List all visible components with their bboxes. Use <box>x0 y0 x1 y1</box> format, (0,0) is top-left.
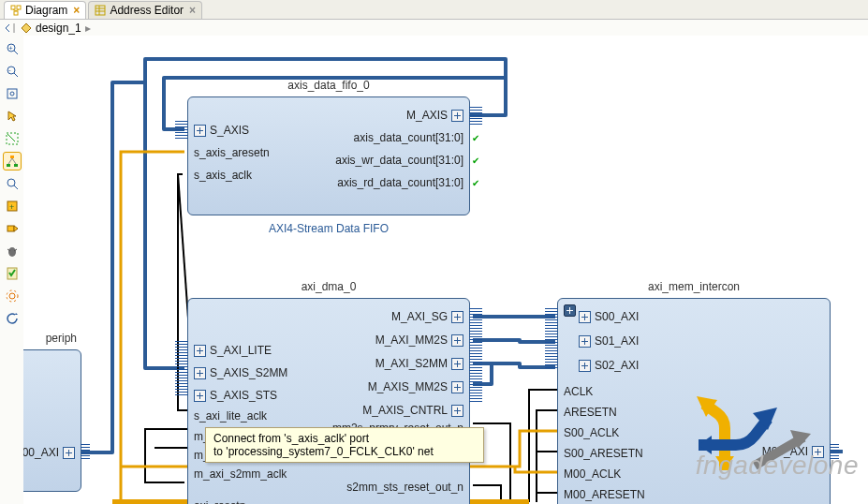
breadcrumb-arrow: ▸ <box>85 22 91 35</box>
bug-icon[interactable] <box>3 242 22 260</box>
tab-diagram-label: Diagram <box>25 4 67 17</box>
expand-icon[interactable] <box>451 405 463 417</box>
svg-rect-1 <box>17 6 21 9</box>
expand-icon[interactable] <box>63 447 75 459</box>
block-subtitle: AXI4-Stream Data FIFO <box>188 222 469 235</box>
expand-icon[interactable] <box>451 311 463 323</box>
bus-stripe <box>175 121 188 140</box>
port-m00-aresetn[interactable]: M00_ARESETN <box>564 488 645 501</box>
block-periph[interactable]: periph 00_AXI <box>23 349 81 492</box>
svg-point-18 <box>10 92 14 96</box>
port-s-axi-lite-aclk[interactable]: s_axi_lite_aclk <box>194 409 267 422</box>
port-00-axi[interactable]: 00_AXI <box>23 446 75 459</box>
expand-icon[interactable] <box>451 381 463 393</box>
bus-stripe <box>175 341 188 397</box>
port-m-axi-sg[interactable]: M_AXI_SG <box>391 310 463 323</box>
svg-point-25 <box>7 179 15 186</box>
bus-stripe <box>81 444 90 461</box>
port-data-count[interactable]: axis_data_count[31:0]✔ <box>354 131 463 144</box>
port-aclk[interactable]: s_axis_aclk <box>194 169 252 182</box>
port-s00-aresetn[interactable]: S00_ARESETN <box>564 447 643 460</box>
port-s00-axi[interactable]: S00_AXI <box>579 310 639 323</box>
expand-block-icon[interactable] <box>564 304 576 317</box>
expand-icon[interactable] <box>194 345 206 357</box>
back-icon[interactable] <box>4 22 17 34</box>
expand-icon[interactable] <box>451 358 463 370</box>
bus-stripe <box>545 308 558 368</box>
svg-rect-29 <box>7 226 14 231</box>
add-port-icon[interactable] <box>3 219 22 238</box>
port-m-axi-s2mm[interactable]: M_AXI_S2MM <box>375 357 463 370</box>
port-m-axi-mm2s[interactable]: M_AXI_MM2S <box>375 334 463 347</box>
port-s-axi-lite[interactable]: S_AXI_LITE <box>194 344 272 357</box>
svg-line-24 <box>12 158 16 164</box>
block-axi-dma[interactable]: axi_dma_0 S_AXI_LITE S_AXIS_S2MM S_AXIS_… <box>187 298 470 504</box>
expand-icon[interactable] <box>579 311 591 323</box>
expand-icon[interactable] <box>451 110 463 122</box>
port-s00-aclk[interactable]: S00_ACLK <box>564 426 619 439</box>
hierarchy-icon <box>21 22 32 34</box>
svg-rect-5 <box>96 6 105 15</box>
port-s-axis[interactable]: S_AXIS <box>194 124 249 137</box>
svg-line-26 <box>14 185 18 189</box>
port-aclk[interactable]: ACLK <box>564 385 593 398</box>
auto-layout-icon[interactable] <box>3 152 22 170</box>
block-title: periph <box>46 332 77 345</box>
block-axis-data-fifo[interactable]: axis_data_fifo_0 AXI4-Stream Data FIFO S… <box>187 96 470 215</box>
port-m-axis-cntrl[interactable]: M_AXIS_CNTRL <box>362 404 463 417</box>
tab-diagram[interactable]: Diagram × <box>4 1 86 19</box>
toolbar: + - + <box>0 36 24 504</box>
expand-icon[interactable] <box>579 360 591 372</box>
svg-line-15 <box>14 73 18 77</box>
tooltip-line: Connect from 's_axis_aclk' port <box>213 432 476 445</box>
app-frame: Diagram × Address Editor × design_1 ▸ + … <box>0 0 868 504</box>
svg-line-12 <box>14 51 18 54</box>
expand-icon[interactable] <box>451 334 463 347</box>
svg-point-35 <box>7 290 18 302</box>
port-m00-aclk[interactable]: M00_ACLK <box>564 467 621 481</box>
add-ip-icon[interactable]: + <box>3 197 22 215</box>
tab-close-icon[interactable]: × <box>73 4 80 17</box>
port-aresetn[interactable]: s_axis_aresetn <box>194 146 270 159</box>
port-m-axis-mm2s[interactable]: M_AXIS_MM2S <box>368 380 463 393</box>
settings-icon[interactable] <box>3 287 22 305</box>
port-s01-axi[interactable]: S01_AXI <box>579 334 639 348</box>
validate-icon[interactable] <box>3 264 22 283</box>
port-s-axis-sts[interactable]: S_AXIS_STS <box>194 389 277 402</box>
port-axi-resetn[interactable]: axi_resetn <box>194 499 245 504</box>
svg-rect-17 <box>7 89 17 98</box>
zoom-in-icon[interactable]: + <box>3 39 22 58</box>
bus-stripe <box>469 308 482 402</box>
refresh-icon[interactable] <box>3 309 22 328</box>
block-title: axi_mem_intercon <box>558 280 830 293</box>
port-wr-count[interactable]: axis_wr_data_count[31:0]✔ <box>335 154 463 167</box>
svg-point-30 <box>8 247 16 257</box>
svg-rect-20 <box>10 156 14 158</box>
expand-icon[interactable] <box>194 390 206 402</box>
port-aresetn[interactable]: ARESETN <box>564 406 617 419</box>
search-icon[interactable] <box>3 174 22 193</box>
expand-icon[interactable] <box>194 125 206 137</box>
connect-tooltip: Connect from 's_axis_aclk' port to 'proc… <box>205 427 484 463</box>
diagram-canvas[interactable]: axis_data_fifo_0 AXI4-Stream Data FIFO S… <box>23 36 868 504</box>
zoom-out-icon[interactable]: - <box>3 62 22 81</box>
svg-text:+: + <box>9 202 14 212</box>
tab-close-icon[interactable]: × <box>189 4 196 17</box>
tab-address[interactable]: Address Editor × <box>88 1 202 19</box>
expand-icon[interactable] <box>579 335 591 348</box>
select-icon[interactable] <box>3 107 22 126</box>
port-m-axis[interactable]: M_AXIS <box>406 109 463 122</box>
port-m-axi-s2mm-aclk[interactable]: m_axi_s2mm_aclk <box>194 467 287 481</box>
area-select-icon[interactable] <box>3 129 22 148</box>
svg-text:+: + <box>8 44 13 52</box>
port-s2mm-sts-reset[interactable]: s2mm_sts_reset_out_n <box>346 481 463 494</box>
port-s-axis-s2mm[interactable]: S_AXIS_S2MM <box>194 366 287 379</box>
svg-rect-0 <box>11 6 15 9</box>
check-icon: ✔ <box>472 178 479 188</box>
port-s02-axi[interactable]: S02_AXI <box>579 359 639 372</box>
block-title: axi_dma_0 <box>188 280 469 293</box>
port-rd-count[interactable]: axis_rd_data_count[31:0]✔ <box>337 176 463 189</box>
breadcrumb-design[interactable]: design_1 <box>36 22 81 35</box>
expand-icon[interactable] <box>194 367 206 379</box>
zoom-fit-icon[interactable] <box>3 84 22 103</box>
